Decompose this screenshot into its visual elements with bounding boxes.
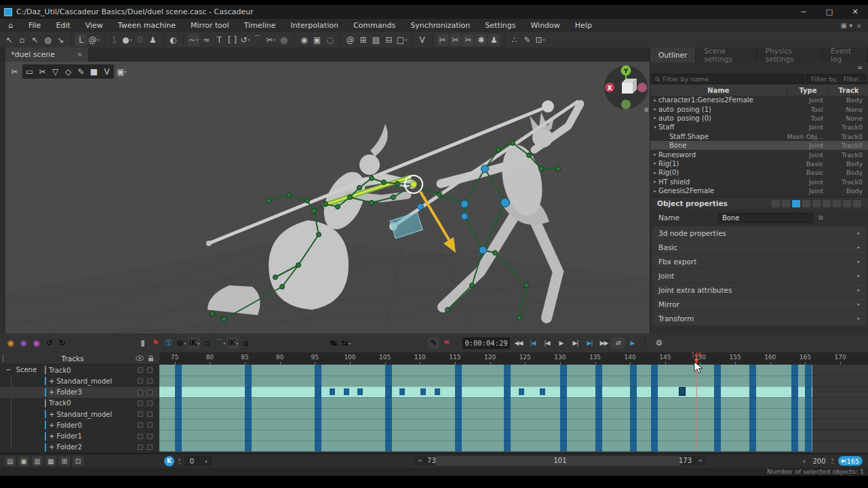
outliner-row-character1-genesis2female[interactable]: ▸character1:Genesis2FemaleJointBody [650,96,868,104]
lock-checkbox[interactable] [147,445,153,450]
expand-arrow-icon[interactable]: ▸ [652,152,658,157]
half-character-icon[interactable]: ◐ [167,34,179,46]
visibility-checkbox[interactable] [138,401,143,406]
outliner-row-staff-shape[interactable]: Staff.ShapeMesh Obj...Track0 [650,132,868,141]
expand-arrow-icon[interactable]: ▸ [652,115,658,121]
keyframe-110[interactable] [420,388,426,395]
track-row-standard-model-1[interactable]: + Standard_model [0,375,159,386]
local-space-icon[interactable]: L [75,34,87,46]
ik-mode-icon[interactable]: IK▾ [189,337,200,349]
section-mirror[interactable]: Mirror▸ [652,298,866,311]
expand-arrow-icon[interactable]: ▸ [652,106,658,112]
prop-view-icon-3[interactable] [802,200,810,207]
selected-keyframe[interactable] [679,387,686,396]
prev-key-button[interactable]: |◀ [526,340,540,346]
section-3d-node-properties[interactable]: 3d node properties▸ [652,226,866,240]
arc-a-icon[interactable]: ⌂ [240,337,252,349]
menu-view[interactable]: View [78,21,111,30]
box-select-icon[interactable]: ▫ [16,34,28,46]
step-back-button[interactable]: |◀ [540,340,554,346]
ghost-purple-icon[interactable]: ◉ [18,337,29,349]
new-box-icon[interactable]: ⊞ [59,456,70,466]
section-fbx-export[interactable]: Fbx export▸ [652,255,866,268]
section-joint[interactable]: Joint▸ [652,269,866,283]
scene-cut-icon[interactable]: ✂ [36,65,49,78]
lock-layout-icon[interactable]: ▪ [856,22,861,29]
spiral-icon[interactable]: @ [344,34,356,46]
flag-icon[interactable]: ⚑ [150,337,161,349]
prop-view-icon-0[interactable] [772,200,780,207]
outliner-row-genesis2female[interactable]: ▸Genesis2FemaleJointBody [650,186,868,195]
track-row-folder2-7[interactable]: + Folder2 [0,442,159,453]
point-circle-icon[interactable]: ◉ [298,34,310,46]
tree-red-icon[interactable]: ⚑ [441,337,452,349]
rotate-mode-icon[interactable]: @▾ [88,34,100,46]
lock-checkbox[interactable] [147,401,153,406]
scroll-grip-left[interactable]: ≡ [418,458,422,464]
home-icon[interactable]: ⌂ [0,21,21,30]
menu-edit[interactable]: Edit [48,21,77,30]
next-key-button[interactable]: ▶| [583,340,597,346]
close-button[interactable]: ✕ [842,7,868,16]
outliner-row-rig-1-[interactable]: ▸Rig(1)BasicBody [650,159,868,168]
track-row-folder1-6[interactable]: + Folder1 [0,431,159,442]
polygon-icon[interactable]: ◇ [62,65,75,78]
pose-cut-icon[interactable]: ✂ [8,65,21,78]
prop-view-icon-4[interactable] [812,200,821,207]
track-row-folder0-5[interactable]: + Folder0 [0,420,159,430]
section-transform[interactable]: Transform▸ [652,312,866,325]
visibility-checkbox[interactable] [138,434,143,439]
visibility-eye-icon[interactable] [136,355,144,361]
shift-keys-icon[interactable]: ⇆▾ [340,337,352,349]
arc-green-icon[interactable]: ⌒▾ [214,337,226,349]
link-icon[interactable]: ~▾ [188,34,199,46]
expand-arrow-icon[interactable]: ▸ [652,170,658,176]
lock-checkbox[interactable] [147,390,153,395]
text-tool-icon[interactable]: T [214,34,225,46]
lock-checkbox[interactable] [147,367,153,373]
menu-file[interactable]: File [21,21,48,30]
step-forward-button[interactable]: ▶| [568,340,583,346]
brackets-icon[interactable]: [ ] [226,34,238,46]
menu-help[interactable]: Help [568,21,599,30]
outliner-row-ht-shield[interactable]: ▸HT shieldJointTrack0 [650,178,868,186]
lock-checkbox[interactable] [147,422,153,428]
scroll-left-button[interactable]: ‹ [201,456,212,466]
tab-close-icon[interactable]: ✕ [77,51,83,58]
outliner-row-bone[interactable]: BoneJointTrack0 [650,141,868,150]
tracks-scroll-icon[interactable]: ▏ [0,355,9,361]
outliner-row-rig-0-[interactable]: ▸Rig(0)BasicBody [650,168,868,177]
expand-arrow-icon[interactable]: ▸ [652,179,658,184]
section-basic[interactable]: Basic▸ [652,241,866,254]
lock-checkbox[interactable] [147,378,153,384]
v-tool-icon[interactable]: V [416,34,428,46]
physics-orange-icon[interactable]: ◉ [5,337,16,349]
globe-select-icon[interactable]: ◍ [42,34,54,46]
keyframe-112[interactable] [435,388,440,395]
visibility-checkbox[interactable] [138,422,143,428]
rewind-button[interactable]: ◀◀ [511,340,526,346]
menu-synchronization[interactable]: Synchronization [403,21,477,30]
ik-fk-icon[interactable]: IK▾ [227,337,239,349]
section-joint-extra-attributes[interactable]: Joint extra attributes▸ [652,283,866,297]
viewport-3d[interactable]: ✂▭✂▽◇✎■V▣▾ Y X ▦ [5,62,650,333]
folder-list-icon[interactable]: ▥ [32,456,43,466]
outliner-row-runesword[interactable]: ▸RuneswordJointTrack0 [650,150,868,159]
tab-event-log[interactable]: Event log [823,47,868,62]
lock-checkbox[interactable] [147,411,153,417]
timeline-scrollbar[interactable]: ≡ 73 101 173 ≡ [415,456,705,466]
key-icon[interactable]: ⚿ [163,337,174,349]
cycle-icon[interactable]: ↺ [43,337,55,349]
lasso-select-icon[interactable]: ↖ [29,34,41,46]
outliner-row-auto-posing-1-[interactable]: ▸auto_posing (1)ToolNone [650,104,868,113]
expand-keys-icon[interactable]: ↹ [328,337,339,349]
expand-arrow-icon[interactable]: ▸ [652,161,658,166]
fit-box-icon[interactable]: ⊡▾ [534,34,546,46]
pen-icon[interactable]: ✎ [75,65,87,78]
ghost-icon[interactable]: V [100,65,113,78]
keyframe-97[interactable] [330,388,335,395]
tab-physics-settings[interactable]: Physics settings [757,47,823,62]
total-frames-stepper[interactable]: +− [831,458,834,464]
menu-tween-machine[interactable]: Tween machine [111,21,183,30]
keyframe-124[interactable] [519,388,524,395]
